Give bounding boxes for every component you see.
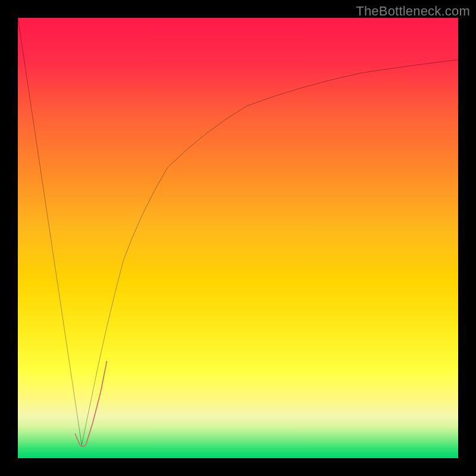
series-black-ascend xyxy=(82,60,458,445)
series-salmon-tick xyxy=(75,361,107,446)
curves-layer xyxy=(18,18,458,458)
series-black-descend xyxy=(18,18,82,445)
plot-area xyxy=(18,18,458,458)
chart-frame: TheBottleneck.com xyxy=(0,0,476,476)
watermark-text: TheBottleneck.com xyxy=(356,4,470,19)
